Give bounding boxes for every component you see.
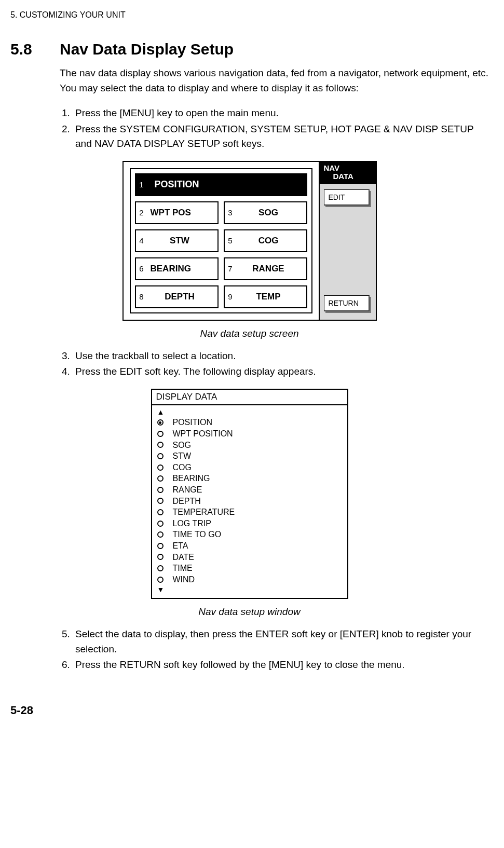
option-label: DATE: [173, 552, 194, 563]
cell-number: 8: [136, 292, 147, 301]
option-label: RANGE: [173, 484, 202, 496]
option-label: SOG: [173, 440, 192, 451]
grid-cell-8-depth[interactable]: 8 DEPTH: [135, 285, 219, 308]
option-label: TIME TO GO: [173, 529, 222, 540]
option-label: STW: [173, 450, 192, 462]
display-data-option[interactable]: BEARING: [157, 473, 342, 484]
scroll-up-arrow-icon[interactable]: ▲: [157, 407, 342, 417]
nav-data-setup-screen-figure: 1 POSITION 2 WPT POS 3 SOG: [122, 161, 377, 321]
scroll-down-arrow-icon[interactable]: ▼: [157, 585, 342, 595]
display-data-option[interactable]: POSITION: [157, 417, 342, 428]
cell-label: TEMP: [236, 292, 306, 302]
step-item: Press the [MENU] key to open the main me…: [73, 106, 488, 121]
cell-number: 9: [225, 292, 236, 301]
cell-label: WPT POS: [147, 208, 217, 218]
grid-cell-3-sog[interactable]: 3 SOG: [224, 201, 307, 224]
radio-icon: [157, 419, 164, 426]
radio-icon: [157, 509, 164, 515]
edit-softkey[interactable]: EDIT: [324, 189, 370, 206]
figure-caption-1: Nav data setup screen: [10, 328, 488, 339]
cell-number: 3: [225, 208, 236, 217]
display-data-option[interactable]: TIME: [157, 563, 342, 574]
cell-number: 5: [225, 236, 236, 245]
radio-icon: [157, 498, 164, 504]
option-label: ETA: [173, 540, 188, 552]
display-data-option[interactable]: STW: [157, 450, 342, 462]
section-heading: 5.8 Nav Data Display Setup: [10, 40, 488, 58]
option-label: DEPTH: [173, 496, 201, 507]
radio-icon: [157, 464, 164, 471]
cell-label: SOG: [236, 208, 306, 218]
grid-cell-2-wptpos[interactable]: 2 WPT POS: [135, 201, 219, 224]
radio-icon: [157, 487, 164, 493]
cell-number: 6: [136, 264, 147, 273]
steps-list-1: Press the [MENU] key to open the main me…: [60, 106, 488, 152]
radio-icon: [157, 565, 164, 571]
display-data-option[interactable]: DEPTH: [157, 496, 342, 507]
display-data-option[interactable]: WPT POSITION: [157, 428, 342, 440]
grid-cell-9-temp[interactable]: 9 TEMP: [224, 285, 307, 308]
cell-label: DEPTH: [147, 292, 217, 302]
option-label: LOG TRIP: [173, 518, 211, 529]
cell-number: 7: [225, 264, 236, 273]
page-number: 5-28: [10, 704, 488, 717]
grid-cell-7-range[interactable]: 7 RANGE: [224, 257, 307, 280]
option-label: TEMPERATURE: [173, 507, 235, 518]
grid-cell-5-cog[interactable]: 5 COG: [224, 229, 307, 252]
side-label-line: DATA: [324, 172, 372, 181]
step-item: Select the data to display, then press t…: [73, 627, 488, 656]
step-item: Use the trackball to select a location.: [73, 349, 488, 364]
steps-list-3: Select the data to display, then press t…: [60, 627, 488, 673]
side-label-line: NAV: [324, 163, 340, 172]
step-item: Press the RETURN soft key followed by th…: [73, 658, 488, 673]
radio-icon: [157, 442, 164, 448]
section-number: 5.8: [10, 40, 60, 58]
chapter-header: 5. CUSTOMIZING YOUR UNIT: [10, 10, 488, 20]
step-item: Press the SYSTEM CONFIGURATION, SYSTEM S…: [73, 122, 488, 152]
radio-icon: [157, 453, 164, 459]
display-data-option[interactable]: LOG TRIP: [157, 518, 342, 529]
cell-number: 4: [136, 236, 147, 245]
display-data-option[interactable]: TIME TO GO: [157, 529, 342, 540]
cell-label: RANGE: [236, 264, 306, 274]
section-title: Nav Data Display Setup: [60, 40, 234, 58]
steps-list-2: Use the trackball to select a location. …: [60, 349, 488, 379]
grid-cell-4-stw[interactable]: 4 STW: [135, 229, 219, 252]
display-data-option[interactable]: RANGE: [157, 484, 342, 496]
intro-paragraph: The nav data display shows various navig…: [60, 66, 488, 95]
cell-number: 2: [136, 208, 147, 217]
option-label: POSITION: [173, 417, 212, 428]
cell-label: POSITION: [147, 179, 306, 190]
radio-icon: [157, 431, 164, 437]
grid-cell-1-position[interactable]: 1 POSITION: [135, 173, 307, 196]
return-softkey[interactable]: RETURN: [324, 295, 370, 311]
display-data-option[interactable]: COG: [157, 462, 342, 473]
radio-icon: [157, 531, 164, 538]
radio-icon: [157, 554, 164, 560]
display-data-window-figure: DISPLAY DATA ▲ POSITIONWPT POSITIONSOGST…: [151, 389, 348, 599]
display-data-option[interactable]: ETA: [157, 540, 342, 552]
figure-caption-2: Nav data setup window: [10, 606, 488, 618]
option-label: WPT POSITION: [173, 428, 233, 440]
option-label: WIND: [173, 574, 195, 585]
display-data-option[interactable]: WIND: [157, 574, 342, 585]
grid-cell-6-bearing[interactable]: 6 BEARING: [135, 257, 219, 280]
cell-label: COG: [236, 236, 306, 246]
option-label: BEARING: [173, 473, 210, 484]
display-data-option[interactable]: SOG: [157, 440, 342, 451]
display-data-header: DISPLAY DATA: [152, 390, 347, 405]
radio-icon: [157, 543, 164, 549]
cell-label: STW: [147, 236, 217, 246]
radio-icon: [157, 521, 164, 527]
cell-number: 1: [136, 180, 147, 189]
option-label: TIME: [173, 563, 193, 574]
radio-icon: [157, 475, 164, 482]
radio-icon: [157, 577, 164, 583]
display-data-option[interactable]: DATE: [157, 552, 342, 563]
display-data-option[interactable]: TEMPERATURE: [157, 507, 342, 518]
option-label: COG: [173, 462, 192, 473]
cell-label: BEARING: [147, 264, 217, 274]
nav-data-side-label: NAV DATA: [320, 162, 376, 184]
step-item: Press the EDIT soft key. The following d…: [73, 364, 488, 379]
